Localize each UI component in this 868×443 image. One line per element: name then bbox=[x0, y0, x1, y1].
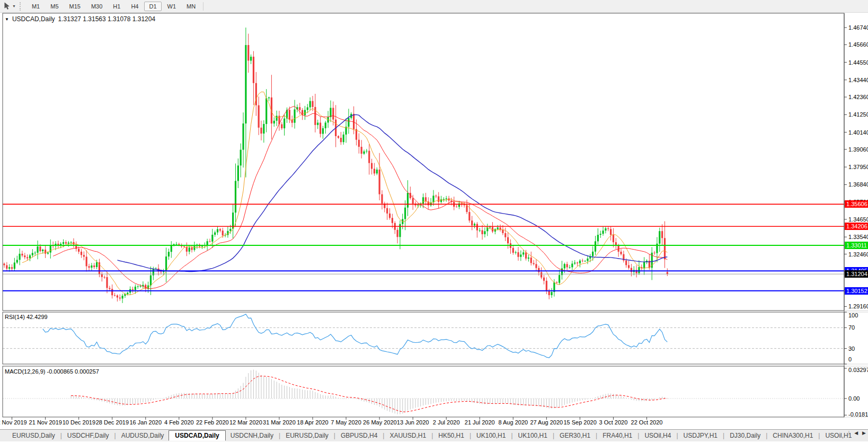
date-label: 22 Feb 2020 bbox=[196, 419, 229, 426]
macd-axis-label: 0.00 bbox=[848, 395, 860, 402]
chart-tab-gbpusd-h4[interactable]: GBPUSD,H4 bbox=[336, 431, 382, 440]
date-label: 12 Mar 2020 bbox=[229, 419, 262, 426]
chart-tab-audusd-daily[interactable]: AUDUSD,Daily bbox=[117, 431, 169, 440]
chart-ohlc-values: 1.31327 1.31563 1.31078 1.31204 bbox=[58, 15, 156, 23]
date-label: 3 Oct 2020 bbox=[597, 419, 630, 426]
chart-tab-eurusd-daily[interactable]: EURUSD,Daily bbox=[281, 431, 333, 440]
tab-scroll-buttons: | ◀ ▶ bbox=[848, 430, 866, 436]
chart-tab-usdjpy-h1[interactable]: USDJPY,H1 bbox=[679, 431, 722, 440]
tab-scroll-left-icon[interactable]: ◀ bbox=[854, 430, 858, 436]
tab-separator: | bbox=[553, 432, 554, 439]
mt4-window: { "toolbar": { "cursor_tool_icon": "curs… bbox=[0, 0, 868, 443]
tab-separator: | bbox=[279, 432, 280, 439]
tab-scroll-right-icon[interactable]: ▶ bbox=[862, 430, 866, 436]
chart-tab-usdcad-daily[interactable]: USDCAD,Daily bbox=[169, 430, 225, 441]
tab-separator: | bbox=[431, 432, 433, 439]
current-price-badge: 1.31204 bbox=[845, 270, 868, 278]
chart-tab-usoil-h4[interactable]: USOil,H4 bbox=[640, 431, 676, 440]
date-label: 27 Aug 2020 bbox=[530, 419, 563, 426]
chart-tab-ger30-h1[interactable]: GER30,H1 bbox=[555, 431, 595, 440]
date-label: 4 Feb 2020 bbox=[163, 419, 196, 426]
tab-separator: | bbox=[383, 432, 384, 439]
date-label: 18 Apr 2020 bbox=[296, 419, 329, 426]
chart-tab-xauusd-h1[interactable]: XAUUSD,H1 bbox=[385, 431, 431, 440]
macd-axis-label: -0.018154 bbox=[848, 411, 868, 418]
y-axis-label: 1.43440 bbox=[848, 77, 868, 84]
y-axis-label: 1.44550 bbox=[848, 59, 868, 66]
date-label: 7 May 2020 bbox=[330, 419, 362, 426]
price-badge: 1.30152 bbox=[845, 287, 868, 295]
rsi-axis-label: 100 bbox=[848, 312, 858, 319]
date-label: 16 Jan 2020 bbox=[129, 419, 162, 426]
date-label: 13 Jun 2020 bbox=[396, 419, 429, 426]
y-axis-label: 1.32460 bbox=[848, 251, 868, 258]
triangle-down-icon[interactable]: ▼ bbox=[5, 17, 9, 22]
y-axis-label: 1.41250 bbox=[848, 111, 868, 118]
chart-title: ▼ USDCAD,Daily 1.31327 1.31563 1.31078 1… bbox=[5, 15, 155, 23]
date-label: 2 Nov 2019 bbox=[0, 419, 29, 426]
chart-tab-usdchf-daily[interactable]: USDCHF,Daily bbox=[63, 431, 114, 440]
y-axis-label: 1.39060 bbox=[848, 146, 868, 153]
price-chart-canvas[interactable] bbox=[0, 0, 868, 443]
date-label: 15 Sep 2020 bbox=[563, 419, 596, 426]
date-label: 8 Aug 2020 bbox=[497, 419, 529, 426]
rsi-axis-label: 0 bbox=[848, 356, 852, 363]
price-badge: 1.34206 bbox=[845, 223, 868, 230]
tab-separator: | bbox=[334, 432, 335, 439]
date-label: 10 Dec 2019 bbox=[63, 419, 95, 426]
date-label: 28 Dec 2019 bbox=[96, 419, 129, 426]
tab-separator: | bbox=[676, 432, 678, 439]
price-badge: 1.33011 bbox=[845, 242, 868, 249]
chart-tab-hk50-h1[interactable]: HK50,H1 bbox=[433, 431, 469, 440]
tab-separator: | bbox=[511, 432, 512, 439]
rsi-axis-label: 30 bbox=[848, 345, 855, 352]
date-label: 2 Jul 2020 bbox=[430, 419, 463, 426]
tab-separator: | bbox=[637, 432, 639, 439]
chart-tab-bar: EURUSD,Daily|USDCHF,Daily|AUDUSD,DailyUS… bbox=[0, 429, 868, 441]
y-axis-label: 1.42360 bbox=[848, 94, 868, 101]
y-axis-label: 1.34650 bbox=[848, 216, 868, 223]
rsi-axis-label: 70 bbox=[848, 324, 855, 331]
y-axis-label: 1.45660 bbox=[848, 41, 868, 48]
tab-separator: | bbox=[596, 432, 597, 439]
tab-separator: | bbox=[766, 432, 767, 439]
rsi-indicator-label: RSI(14) 42.4299 bbox=[5, 314, 48, 320]
chart-tab-eurusd-daily[interactable]: EURUSD,Daily bbox=[7, 431, 60, 440]
tab-separator: | bbox=[723, 432, 724, 439]
y-axis-label: 1.29160 bbox=[848, 303, 868, 310]
y-axis-label: 1.40140 bbox=[848, 129, 868, 136]
price-badge: 1.35606 bbox=[845, 200, 868, 208]
date-label: 22 Oct 2020 bbox=[631, 419, 663, 426]
chart-tab-fra40-h1[interactable]: FRA40,H1 bbox=[598, 431, 637, 440]
chart-tab-uk100-h1[interactable]: UK100,H1 bbox=[513, 431, 552, 440]
date-label: 21 Jul 2020 bbox=[463, 419, 496, 426]
y-axis-label: 1.36840 bbox=[848, 181, 868, 188]
date-label: 26 May 2020 bbox=[363, 419, 396, 426]
tab-separator: | bbox=[114, 432, 116, 439]
tab-separator: | bbox=[818, 432, 820, 439]
chart-tab-dj30-daily[interactable]: DJ30,Daily bbox=[725, 431, 765, 440]
y-axis-label: 1.33540 bbox=[848, 234, 868, 241]
y-axis-label: 1.37950 bbox=[848, 164, 868, 171]
chart-tab-uk100-h1[interactable]: UK100,H1 bbox=[472, 431, 510, 440]
date-label: 31 Mar 2020 bbox=[263, 419, 296, 426]
macd-indicator-label: MACD(12,26,9) -0.000865 0.000257 bbox=[5, 368, 99, 375]
date-label: 21 Nov 2019 bbox=[29, 419, 62, 426]
tab-separator: | bbox=[60, 432, 62, 439]
chart-tab-usdcnh-daily[interactable]: USDCNH,Daily bbox=[226, 431, 278, 440]
y-axis-label: 1.46740 bbox=[848, 24, 868, 31]
macd-axis-label: 0.032972 bbox=[848, 367, 868, 374]
tab-separator: | bbox=[470, 432, 471, 439]
chart-symbol-label: USDCAD,Daily bbox=[12, 15, 55, 23]
chart-tab-china300-h1[interactable]: CHINA300,H1 bbox=[768, 431, 818, 440]
